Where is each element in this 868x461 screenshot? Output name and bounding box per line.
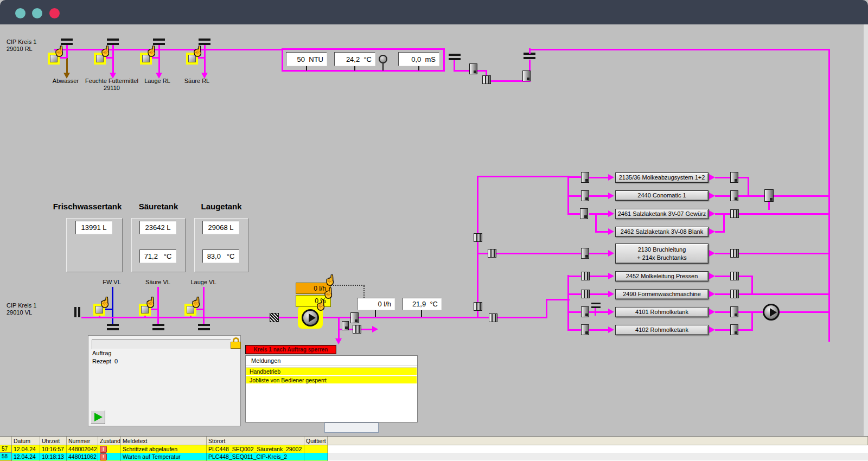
tick [354,66,355,71]
window-button-2[interactable] [32,8,42,18]
alarm-table: Datum Uhrzeit Nummer Zustand Meldetext S… [0,436,868,461]
flow-arrow-icon [709,228,715,235]
messages-panel: Meldungen Handbetrieb Jobliste von Bedie… [245,355,418,422]
pipe [715,253,730,254]
valve-icon [353,325,361,334]
filter-icon [270,313,279,322]
alarm-stoerort: PLC448_SEQ011_CIP-Kreis_2 [207,453,304,460]
pipe [567,195,582,197]
col-uhrzeit: Uhrzeit [40,437,67,445]
pipe [595,308,596,316]
waste-pipe [66,58,68,73]
pipe [112,45,114,50]
equipment-label: + 214x Bruchtanks [637,254,686,261]
equipment-label: 2130 Bruchleitung [638,246,686,253]
hand-cursor-icon: ☝ [54,47,65,56]
scrollbar-fragment [324,422,379,433]
sensor-icon [379,55,387,63]
equipment-button[interactable]: 4101 Rohmolketank [615,307,709,317]
tank-title: Säuretank [131,202,186,211]
lock-circuit-button[interactable]: Kreis 1 nach Auftrag sperren [245,345,336,354]
circuit-rl-label: CIP Kreis 1 [7,39,36,45]
valve-icon [581,324,589,335]
pipe [748,177,749,197]
window-titlebar [0,0,868,24]
equipment-button[interactable]: 2462 Salzlaketank 3V-08 Blank [615,227,709,237]
tank-temperature: 71,2 °C [139,249,176,263]
valve-icon [469,63,477,74]
alarm-state-icon: ! [100,446,107,453]
valve-icon [730,190,738,201]
equipment-button[interactable]: 2490 Formenwaschmaschine [615,289,709,299]
pipe [589,293,609,295]
pipe [723,213,725,233]
valve-icon [581,190,589,201]
pipe [204,45,206,50]
equipment-button[interactable]: 2130 Bruchleitung+ 214x Bruchtanks [615,244,709,264]
tick [418,66,419,71]
alarm-row[interactable]: 58 12.04.24 10:18:13 448011062 ! Warten … [0,453,868,460]
pipe [751,311,753,331]
hand-cursor-icon: ☝ [315,300,327,310]
valve-icon [342,321,349,330]
order-input[interactable] [92,340,231,349]
alarm-quittiert [304,453,328,460]
equipment-button[interactable]: 2135/36 Molkeabzugsystem 1+2 [615,172,709,183]
col-quittiert: Quittiert [304,437,328,445]
equipment-button[interactable]: 2461 Salzlaketank 3V-07 Gewürz [615,209,709,219]
pipe [738,329,753,331]
alarm-row[interactable]: 57 12.04.24 10:16:57 448002042 ! Schritt… [0,445,868,453]
alarm-datum: 12.04.24 [12,445,40,453]
pipe [567,275,569,331]
pipe [589,329,609,331]
turbidity-display: 50 NTU [286,52,327,66]
equipment-button[interactable]: 4102 Rohmolketank [615,325,709,335]
equipment-button[interactable]: 2452 Molkeleitung Pressen [615,271,709,281]
lock-icon[interactable] [231,337,241,349]
alarm-nummer: 448002042 [67,445,98,453]
col-stoerort: Störort [207,437,304,445]
pipe [477,176,570,177]
message-text: Handbetrieb [250,368,280,375]
flow-arrow-icon [335,338,342,344]
pipe [715,177,730,178]
hand-cursor-icon: ☝ [324,276,336,285]
tank-end-icon [449,54,461,60]
flow-arrow-icon [608,193,614,199]
tank-end-icon [61,39,73,45]
alarm-datum: 12.04.24 [12,453,40,460]
pipe-break-icon [74,307,76,317]
flow-arrow-icon [608,273,614,279]
hmi-window: CIP Kreis 1 29010 RL ☝ ☝ ☝ ☝ Abwasser Fe… [0,0,868,461]
conductivity-display: 0,0 mS [398,52,439,66]
cip-pump[interactable] [302,309,319,326]
pipe [768,202,770,210]
alarm-nummer: 448011062 [67,453,98,460]
equipment-button[interactable]: 2440 Conomatic 1 [615,190,709,201]
fresh-water-pipe [105,309,113,310]
messages-header-label: Meldungen [251,357,280,364]
pipe [715,276,730,277]
start-button[interactable] [91,410,105,424]
message-text: Jobliste von Bediener gesperrt [250,377,327,383]
manifold-label: Säure RL [170,78,224,84]
window-button-1[interactable] [15,8,25,18]
flow-arrow-icon [709,250,715,257]
hand-cursor-icon: ☝ [146,47,157,56]
return-pump [763,304,780,321]
order-panel: Auftrag Rezept 0 [88,335,241,426]
window-button-3[interactable] [49,8,60,18]
equipment-label: 2452 Molkeleitung Pressen [626,272,698,280]
pipe [151,309,158,310]
col-filler [328,437,868,445]
temperature-display: 24,2 °C [334,52,375,66]
pipe [106,57,113,59]
pipe [477,176,478,318]
tick [306,66,307,71]
hand-cursor-icon: ☝ [323,289,334,298]
valve-icon [488,249,496,258]
pipe [203,287,205,324]
pipe [546,299,570,300]
equipment-label: 2462 Salzlaketank 3V-08 Blank [621,228,703,235]
valve-icon [482,75,491,84]
